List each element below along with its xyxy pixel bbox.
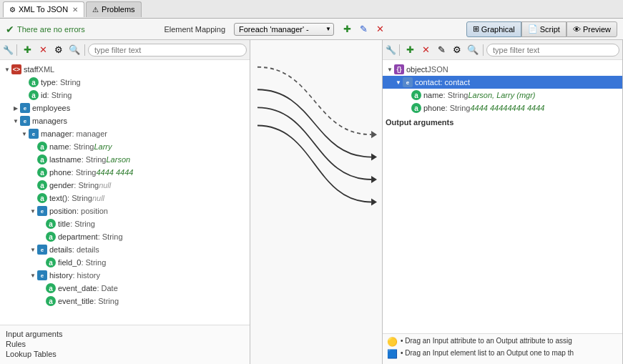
attr-icon-type: a [29, 77, 39, 87]
tree-node-event-title[interactable]: a event_title : String [0, 295, 250, 308]
right-gear-button[interactable]: ⚙ [450, 43, 464, 57]
right-sep-1 [399, 44, 400, 56]
status-area: ✔ There are no errors [6, 24, 85, 35]
toggle-position[interactable]: ▼ [29, 207, 37, 215]
toggle-manager[interactable]: ▼ [20, 129, 29, 138]
right-add-button[interactable]: ✚ [403, 43, 417, 57]
right-output-args-label: Output arguments [383, 116, 622, 129]
right-filter-button[interactable]: 🔍 [466, 43, 480, 57]
toolbar-sep-1 [16, 44, 17, 56]
add-mapping-button[interactable]: ✚ [340, 22, 354, 36]
left-search-input[interactable] [88, 44, 247, 56]
output-args-text: Output arguments [386, 118, 453, 127]
right-edit-button[interactable]: ✎ [434, 43, 448, 57]
svg-marker-3 [371, 198, 377, 205]
hint-text-1: • Drag an Input attribute to an Output a… [401, 337, 572, 345]
right-toggle-object[interactable]: ▼ [386, 65, 394, 74]
toggle-staff[interactable]: ▼ [3, 65, 11, 74]
hint-rules[interactable]: Rules [6, 340, 244, 348]
right-attr-icon-phone: a [411, 103, 421, 113]
right-attr-icon-name: a [411, 90, 421, 100]
attr-icon-gender: a [37, 180, 47, 190]
tree-node-title[interactable]: a title : String [0, 217, 250, 230]
tab-xml-to-json[interactable]: ⚙ XML To JSON ✕ [3, 1, 84, 17]
toggle-managers[interactable]: ▼ [11, 117, 20, 125]
right-tree-node-name[interactable]: a name : String Larson, Larry (mgr) [383, 89, 622, 102]
tab-close-xml-to-json[interactable]: ✕ [72, 6, 78, 14]
right-hints: 🟡 • Drag an Input attribute to an Output… [383, 333, 622, 364]
left-gear-button[interactable]: ⚙ [51, 43, 66, 57]
svg-marker-0 [371, 131, 377, 138]
tree-node-department[interactable]: a department : String [0, 230, 250, 243]
attr-icon-lastname: a [37, 154, 47, 164]
attr-icon-title: a [46, 219, 56, 229]
right-search-input[interactable] [486, 44, 619, 56]
delete-mapping-button[interactable]: ✕ [373, 22, 387, 36]
status-check-icon: ✔ [6, 24, 14, 35]
tree-node-details[interactable]: ▼ e details : details [0, 243, 250, 256]
tree-node-position[interactable]: ▼ e position : position [0, 205, 250, 217]
right-panel: 🔧 ✚ ✕ ✎ ⚙ 🔍 ▼ {} object JSON ▼ e contact [383, 40, 623, 364]
tree-node-employees[interactable]: ▶ e employees [0, 102, 250, 114]
tab-script[interactable]: 📄 Script [521, 21, 566, 37]
tab-preview-label: Preview [583, 25, 611, 34]
mapping-select-wrapper[interactable]: Foreach 'manager' - [234, 23, 334, 36]
element-icon-managers: e [20, 116, 30, 126]
wrench-icon: 🔧 [3, 45, 14, 55]
attr-icon-text: a [37, 193, 47, 203]
mapping-svg [250, 40, 382, 364]
graphical-icon: ⊞ [473, 24, 479, 34]
tree-node-text[interactable]: a text() : String null [0, 192, 250, 205]
edit-mapping-button[interactable]: ✎ [356, 22, 371, 36]
svg-marker-2 [371, 176, 377, 183]
element-icon-employees: e [20, 103, 30, 113]
hint-input-arguments[interactable]: Input arguments [6, 330, 244, 338]
tab-problems[interactable]: ⚠ Problems [86, 1, 141, 17]
attr-icon-event-title: a [46, 296, 56, 306]
right-toggle-contact[interactable]: ▼ [394, 78, 403, 87]
tree-node-id[interactable]: a id : String [0, 89, 250, 102]
tree-node-phone[interactable]: a phone : String 4444 4444 [0, 166, 250, 179]
top-action-buttons: ✚ ✎ ✕ [340, 22, 387, 36]
left-delete-button[interactable]: ✕ [36, 43, 50, 57]
tab-problems-label: Problems [102, 5, 134, 14]
right-tree-node-contact[interactable]: ▼ e contact : contact [383, 76, 622, 89]
toggle-details[interactable]: ▼ [29, 245, 37, 254]
script-icon: 📄 [528, 24, 538, 34]
right-tree-node-phone[interactable]: a phone : String 4444 44444444 4444 [383, 102, 622, 114]
toggle-employees[interactable]: ▶ [11, 104, 20, 112]
tree-node-history[interactable]: ▼ e history : history [0, 269, 250, 282]
element-icon-details: e [37, 245, 47, 255]
right-delete-button[interactable]: ✕ [418, 43, 433, 57]
hint-row-2: 🟦 • Drag an Input element list to an Out… [387, 349, 618, 359]
right-sep-2 [483, 44, 484, 56]
main-layout: 🔧 ✚ ✕ ⚙ 🔍 ▼ <> staff XML a type : Stri [0, 40, 623, 364]
element-icon-manager: e [29, 129, 39, 139]
attr-icon-department: a [46, 232, 56, 242]
tree-node-gender[interactable]: a gender : String null [0, 179, 250, 192]
toggle-history[interactable]: ▼ [29, 271, 37, 280]
tree-node-lastname[interactable]: a lastname : String Larson [0, 153, 250, 166]
tab-script-label: Script [540, 25, 560, 34]
tree-node-managers[interactable]: ▼ e managers [0, 114, 250, 127]
top-bar: ✔ There are no errors Element Mapping Fo… [0, 19, 623, 40]
tree-node-field0[interactable]: a field_0 : String [0, 256, 250, 269]
tab-graphical-label: Graphical [481, 25, 515, 34]
hint-lookup-tables[interactable]: Lookup Tables [6, 350, 244, 358]
left-add-button[interactable]: ✚ [20, 43, 34, 57]
tab-preview[interactable]: 👁 Preview [566, 21, 617, 37]
tree-node-staff[interactable]: ▼ <> staff XML [0, 63, 250, 76]
mapping-select[interactable]: Foreach 'manager' - [234, 23, 334, 36]
tree-node-type[interactable]: a type : String [0, 76, 250, 89]
right-wrench-icon: 🔧 [386, 45, 396, 55]
middle-panel [250, 40, 383, 364]
attr-icon-id: a [29, 90, 39, 100]
tab-graphical[interactable]: ⊞ Graphical [466, 21, 521, 37]
tree-node-name[interactable]: a name : String Larry [0, 140, 250, 153]
tree-node-event-date[interactable]: a event_date : Date [0, 282, 250, 295]
left-filter-button[interactable]: 🔍 [67, 43, 82, 57]
left-toolbar: 🔧 ✚ ✕ ⚙ 🔍 [0, 40, 250, 60]
tree-node-manager[interactable]: ▼ e manager : manager [0, 127, 250, 140]
right-tree: ▼ {} object JSON ▼ e contact : contact a… [383, 60, 622, 333]
right-tree-node-object[interactable]: ▼ {} object JSON [383, 63, 622, 76]
